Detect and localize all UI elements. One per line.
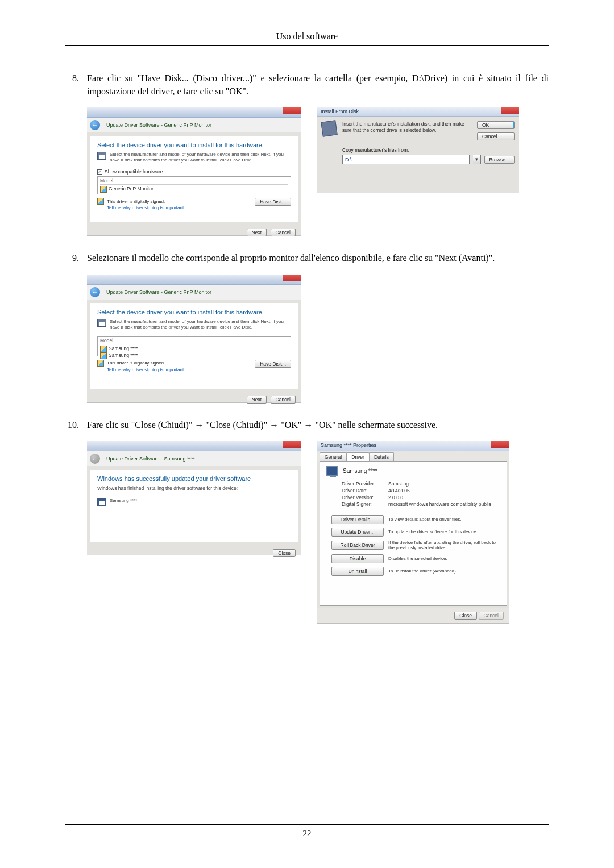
- signing-link[interactable]: Tell me why driver signing is important: [107, 367, 184, 372]
- model-header: Model: [100, 338, 288, 344]
- close-button[interactable]: Close: [454, 612, 477, 620]
- tab-driver[interactable]: Driver: [346, 452, 370, 461]
- disable-button[interactable]: Disable: [331, 554, 384, 563]
- select-model-dialog: ← Update Driver Software - Generic PnP M…: [87, 275, 301, 402]
- device-name: Samsung ****: [343, 468, 377, 474]
- dialog-heading: Windows has successfully updated your dr…: [97, 475, 291, 482]
- rollback-driver-button[interactable]: Roll Back Driver: [331, 541, 384, 550]
- have-disk-button[interactable]: Have Disk...: [255, 198, 291, 206]
- properties-dialog: Samsung **** Properties General Driver D…: [317, 441, 509, 623]
- step-number: 9.: [65, 251, 87, 264]
- disable-desc: Disables the selected device.: [388, 556, 501, 562]
- update-success-dialog: ← Update Driver Software - Samsung **** …: [87, 441, 301, 555]
- date-value: 4/14/2005: [388, 488, 410, 493]
- version-key: Driver Version:: [342, 495, 388, 500]
- breadcrumb: Update Driver Software - Samsung ****: [106, 456, 195, 462]
- close-button[interactable]: Close: [273, 549, 296, 557]
- model-list[interactable]: Model Samsung **** Samsung ****: [97, 336, 291, 356]
- cancel-button[interactable]: Cancel: [271, 396, 296, 404]
- close-icon[interactable]: [283, 275, 301, 281]
- monitor-icon: [97, 498, 106, 506]
- signer-key: Digital Signer:: [342, 501, 388, 507]
- close-icon[interactable]: [491, 441, 509, 448]
- dialog-text: Insert the manufacturer's installation d…: [342, 121, 471, 140]
- copy-label: Copy manufacturer's files from:: [342, 147, 515, 153]
- dialog-hint: Select the manufacturer and model of you…: [110, 152, 291, 163]
- page-number: 22: [65, 829, 549, 838]
- breadcrumb: Update Driver Software - Generic PnP Mon…: [106, 289, 211, 295]
- footer-rule: [65, 824, 549, 825]
- close-icon[interactable]: [501, 107, 519, 114]
- uninstall-desc: To uninstall the driver (Advanced).: [388, 568, 501, 574]
- rollback-driver-desc: If the device fails after updating the d…: [388, 540, 501, 551]
- model-item[interactable]: Generic PnP Monitor: [109, 186, 154, 193]
- signed-label: This driver is digitally signed.: [107, 199, 165, 204]
- compatible-checkbox[interactable]: ✓Show compatible hardware: [97, 169, 291, 175]
- shield-icon: [100, 346, 107, 352]
- dropdown-icon[interactable]: ▾: [473, 155, 481, 164]
- dialog-heading: Select the device driver you want to ins…: [97, 142, 291, 148]
- floppy-icon: [97, 152, 106, 160]
- dialog-subtext: Windows has finished installing the driv…: [97, 485, 291, 491]
- back-icon[interactable]: ←: [90, 287, 100, 297]
- select-driver-dialog: ← Update Driver Software - Generic PnP M…: [87, 107, 301, 235]
- dialog-title: Samsung **** Properties: [321, 442, 376, 448]
- driver-details-button[interactable]: Driver Details...: [331, 515, 384, 524]
- cancel-button: Cancel: [479, 612, 504, 620]
- cancel-button[interactable]: Cancel: [271, 229, 296, 236]
- date-key: Driver Date:: [342, 488, 388, 493]
- back-icon: ←: [90, 454, 100, 464]
- install-from-disk-dialog: Install From Disk Insert the manufacture…: [317, 107, 519, 193]
- tab-details[interactable]: Details: [369, 452, 394, 461]
- ok-button[interactable]: OK: [477, 121, 515, 129]
- step-8: 8. Fare clic su "Have Disk... (Disco dri…: [65, 72, 549, 98]
- browse-button[interactable]: Browse...: [484, 156, 515, 164]
- model-item[interactable]: Samsung ****: [109, 352, 138, 359]
- have-disk-button[interactable]: Have Disk...: [255, 360, 291, 368]
- cancel-button[interactable]: Cancel: [477, 132, 515, 140]
- step-9: 9. Selezionare il modello che corrispond…: [65, 251, 549, 264]
- driver-details-desc: To view details about the driver files.: [388, 517, 501, 522]
- model-item[interactable]: Samsung ****: [109, 346, 138, 352]
- device-label: Samsung ****: [110, 498, 137, 506]
- path-input[interactable]: D:\: [342, 155, 470, 164]
- shield-icon: [100, 352, 107, 359]
- close-icon[interactable]: [283, 441, 301, 448]
- step-text: Fare clic su "Have Disk... (Disco driver…: [87, 72, 549, 98]
- uninstall-button[interactable]: Uninstall: [331, 567, 384, 576]
- shield-icon: [97, 198, 104, 205]
- step-number: 8.: [65, 72, 87, 98]
- signer-value: microsoft windows hardware compatibility…: [388, 501, 491, 507]
- provider-value: Samsung: [388, 481, 409, 487]
- version-value: 2.0.0.0: [388, 495, 403, 500]
- page-header: Uso del software: [65, 31, 549, 41]
- next-button[interactable]: Next: [247, 396, 267, 404]
- next-button[interactable]: Next: [247, 229, 267, 236]
- shield-icon: [97, 360, 104, 367]
- floppy-icon: [97, 319, 106, 327]
- dialog-heading: Select the device driver you want to ins…: [97, 309, 291, 315]
- tab-general[interactable]: General: [320, 452, 347, 461]
- monitor-icon: [326, 466, 338, 476]
- model-list[interactable]: Model Generic PnP Monitor: [97, 176, 291, 194]
- model-header: Model: [100, 178, 288, 185]
- header-rule: [65, 45, 549, 46]
- close-icon[interactable]: [283, 107, 301, 114]
- update-driver-desc: To update the driver software for this d…: [388, 529, 501, 535]
- breadcrumb: Update Driver Software - Generic PnP Mon…: [106, 122, 211, 128]
- shield-icon: [100, 186, 107, 193]
- step-number: 10.: [65, 418, 87, 431]
- step-text: Fare clic su "Close (Chiudi)" → "Close (…: [87, 418, 549, 431]
- back-icon[interactable]: ←: [90, 120, 100, 130]
- signing-link[interactable]: Tell me why driver signing is important: [107, 205, 184, 210]
- floppy-icon: [321, 121, 337, 137]
- step-10: 10. Fare clic su "Close (Chiudi)" → "Clo…: [65, 418, 549, 431]
- update-driver-button[interactable]: Update Driver...: [331, 528, 384, 537]
- provider-key: Driver Provider:: [342, 481, 388, 487]
- signed-label: This driver is digitally signed.: [107, 360, 165, 366]
- dialog-title: Install From Disk: [321, 109, 359, 114]
- step-text: Selezionare il modello che corrisponde a…: [87, 251, 549, 264]
- dialog-hint: Select the manufacturer and model of you…: [110, 319, 291, 330]
